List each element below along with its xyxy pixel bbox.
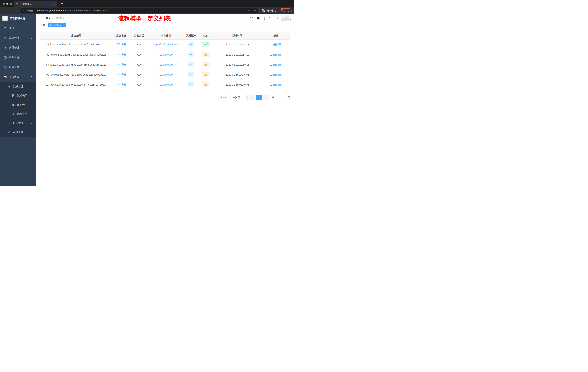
forward-button[interactable]: → xyxy=(8,9,12,12)
browser-tab[interactable]: 芋道管理系统 × xyxy=(14,1,57,7)
github-icon[interactable] xyxy=(256,16,260,20)
col-definition-category: 定义分类 xyxy=(130,32,148,40)
sidebar-item-leave-query[interactable]: 请假查询 xyxy=(0,128,36,137)
sidebar-item-devtools[interactable]: 研发工具 xyxy=(0,62,36,72)
avatar xyxy=(281,15,289,21)
assign-rule-link[interactable]: 分配规则 xyxy=(270,73,282,76)
definition-name-link[interactable]: OA 请假 xyxy=(116,63,126,66)
form-link[interactable]: /bpm/oa/flow xyxy=(159,53,173,56)
page-size-select[interactable]: 10条/页 xyxy=(230,95,248,100)
tag-close-icon[interactable]: × xyxy=(63,24,64,26)
table-row: oa_leave:4:991f2193-7b7f-11ec-a3c8-acde4… xyxy=(40,50,290,59)
app-header: 首页 / 流程定义 流程模型 - 定义列表 ? xyxy=(36,14,294,22)
new-tab-button[interactable]: + xyxy=(61,2,63,6)
next-page-button[interactable]: › xyxy=(263,95,269,100)
font-size-icon[interactable]: TT xyxy=(275,17,278,20)
app-title: 芋道管理系统 xyxy=(10,17,25,20)
sidebar-item-system[interactable]: 系统管理 xyxy=(0,33,36,43)
address-bar[interactable]: ⚠ 不安全 dashboard.yudao.iocoder.cn/bpm/man… xyxy=(20,8,258,13)
chevron-down-icon xyxy=(31,37,32,39)
col-deploy-time: 部署时间 xyxy=(213,32,262,40)
prev-page-button[interactable]: ‹ xyxy=(249,95,255,100)
incognito-badge: 无痕模式 xyxy=(262,9,276,12)
minimize-window-button[interactable] xyxy=(6,2,8,5)
sidebar-item-home[interactable]: 首页 xyxy=(0,23,36,33)
bookmark-star-icon[interactable]: ☆ xyxy=(253,9,256,12)
update-menu-button[interactable]: 更新 ⋮ xyxy=(279,8,292,13)
zoom-window-button[interactable] xyxy=(10,2,12,5)
incognito-label: 无痕模式 xyxy=(267,9,276,12)
cell-definition-id: oa_leave:1:482ec033-762a-11ec-8477-a2380… xyxy=(40,79,113,89)
search-icon[interactable] xyxy=(250,16,253,20)
update-label: 更新 xyxy=(281,9,286,12)
sidebar-item-label: 系统管理 xyxy=(9,36,19,40)
definition-name-link[interactable]: OA 请假 xyxy=(116,73,126,76)
definition-name-link[interactable]: OA 请假 xyxy=(116,83,126,86)
breadcrumb-current: 流程定义 xyxy=(55,16,65,20)
close-window-button[interactable] xyxy=(2,2,5,5)
cell-deploy-time: 2022-01-22 20:34:10 xyxy=(213,50,262,59)
form-link[interactable]: /bpm/oa/flow xyxy=(159,73,173,76)
user-avatar-dropdown[interactable] xyxy=(281,15,291,21)
fullscreen-icon[interactable] xyxy=(269,17,272,20)
definition-name-link[interactable]: OA 请假 xyxy=(116,53,126,56)
cube-icon xyxy=(4,66,7,69)
sidebar-item-process-management[interactable]: 流程管理 xyxy=(0,82,36,91)
tab-search-icon[interactable] xyxy=(290,3,291,6)
col-actions: 操作 xyxy=(262,32,290,40)
app-logo: 芋道管理系统 xyxy=(0,14,36,23)
sidebar-item-infrastructure[interactable]: 基础设施 xyxy=(0,53,36,62)
back-button[interactable]: ← xyxy=(2,9,7,12)
sidebar-item-user-group[interactable]: 用户分组 xyxy=(0,100,36,109)
yen-icon: ¥ xyxy=(4,46,7,49)
form-link[interactable]: /bpm/oa/leave/create xyxy=(154,43,178,46)
menu-dots-icon[interactable]: ⋮ xyxy=(287,9,290,12)
assign-rule-link[interactable]: 分配规则 xyxy=(270,43,282,46)
tag-process-definition[interactable]: 流程定义 × xyxy=(48,23,66,27)
sidebar-item-label: 用户分组 xyxy=(17,103,27,107)
assign-rule-link[interactable]: 分配规则 xyxy=(270,83,282,86)
url-path: /bpm/manager/definition?key=oa_leave xyxy=(67,9,108,12)
briefcase-icon xyxy=(4,76,7,79)
sidebar-item-process-model[interactable]: 流程模型 xyxy=(0,109,36,119)
col-definition-name: 定义名称 xyxy=(113,32,130,40)
monitor-icon xyxy=(4,56,7,59)
breadcrumb-home[interactable]: 首页 xyxy=(46,16,51,20)
goto-page-input[interactable] xyxy=(278,95,286,100)
sidebar-item-label: 基础设施 xyxy=(9,56,19,59)
status-badge: 激活 xyxy=(202,42,210,47)
tab-close-icon[interactable]: × xyxy=(54,3,55,6)
cell-definition-id: oa_leave:4:991f2193-7b7f-11ec-a3c8-acde4… xyxy=(40,50,113,59)
page-url: dashboard.yudao.iocoder.cn/bpm/manager/d… xyxy=(37,9,108,12)
sidebar-item-process-form[interactable]: 流程表单 xyxy=(0,91,36,100)
form-link[interactable]: /bpm/oa/flow xyxy=(159,83,173,86)
password-key-icon[interactable] xyxy=(248,9,251,12)
form-link[interactable]: /bpm/oa/flow xyxy=(159,63,173,66)
assign-rule-link[interactable]: 分配规则 xyxy=(270,53,282,56)
user-icon xyxy=(270,44,272,46)
sidebar-item-payment[interactable]: ¥ 支付管理 xyxy=(0,43,36,53)
page-unit-label: 页 xyxy=(288,96,290,99)
status-badge: 挂起 xyxy=(202,62,210,67)
security-label: 不安全 xyxy=(26,9,33,12)
app-window: 芋道管理系统 首页 系统管理 ¥ xyxy=(0,14,294,186)
help-icon[interactable]: ? xyxy=(263,17,266,20)
sidebar-item-workflow[interactable]: 工作流程 xyxy=(0,72,36,82)
definition-name-link[interactable]: OA 请假 xyxy=(116,43,126,46)
red-annotation: 流程模型 - 定义列表 xyxy=(118,15,171,22)
browser-toolbar: ← → ↻ ⚠ 不安全 dashboard.yudao.iocoder.cn/b… xyxy=(0,7,294,14)
sidebar-item-task-management[interactable]: 任务管理 xyxy=(0,119,36,128)
sidebar-collapse-button[interactable] xyxy=(39,16,42,20)
user-icon xyxy=(270,84,272,86)
tag-home[interactable]: 首页 xyxy=(39,23,47,27)
chevron-up-icon xyxy=(31,77,32,78)
reload-button[interactable]: ↻ xyxy=(13,9,18,12)
goto-label: 前往 xyxy=(272,96,277,99)
cell-definition-id: oa_leave:2:3c1f0ef1-76b1-11ec-9c66-a2380… xyxy=(40,69,113,79)
sidebar-item-label: 任务管理 xyxy=(13,121,23,125)
assign-rule-link[interactable]: 分配规则 xyxy=(270,63,282,66)
paper-plane-icon xyxy=(12,112,15,115)
version-tag: v3 xyxy=(188,62,194,67)
tab-strip: 芋道管理系统 × + xyxy=(0,0,294,7)
current-page-button[interactable]: 1 xyxy=(256,95,262,100)
